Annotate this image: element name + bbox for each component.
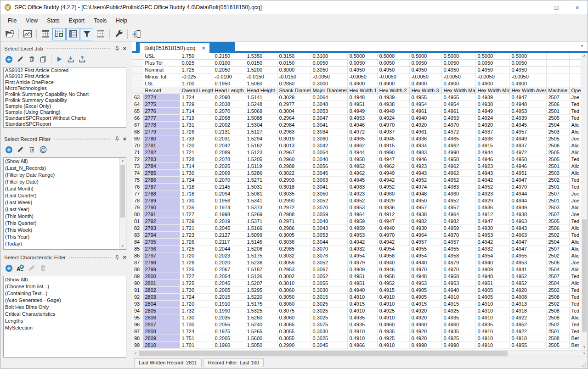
data-cell[interactable]: 0.4955 (409, 246, 441, 252)
data-cell[interactable]: 0.4970 (509, 184, 546, 190)
record-cell[interactable]: 2804 (143, 301, 180, 308)
data-cell[interactable]: 1.730 (180, 321, 213, 328)
data-cell[interactable]: 1.731 (180, 122, 213, 129)
excel-job-import-icon[interactable] (67, 55, 75, 63)
tolerance-value-cell[interactable] (569, 53, 581, 60)
data-cell[interactable]: 1.721 (180, 149, 213, 156)
data-cell[interactable]: 0.4972 (441, 129, 475, 135)
tolerance-value-cell[interactable]: 0.3000 (277, 67, 311, 73)
record-cell[interactable]: 2801 (143, 280, 180, 287)
data-cell[interactable]: 0.4949 (509, 135, 546, 142)
excel-job-export-icon[interactable] (78, 55, 86, 63)
open-excel-job-icon[interactable] (3, 28, 16, 40)
data-cell[interactable]: 0.4970 (377, 232, 409, 239)
tolerance-value-cell[interactable]: 0.1950 (213, 80, 245, 87)
data-cell[interactable]: 0.4938 (377, 101, 409, 108)
data-cell[interactable]: 0.4947 (377, 156, 409, 163)
column-header-operator[interactable]: Operator (569, 87, 581, 94)
data-cell[interactable]: 0.4913 (509, 301, 546, 308)
data-cell[interactable]: Joe (569, 94, 581, 101)
data-cell[interactable]: 1.723 (180, 232, 213, 239)
data-cell[interactable]: 1.5371 (245, 218, 277, 225)
data-cell[interactable]: 0.4910 (475, 301, 509, 308)
data-cell[interactable]: 0.4925 (441, 308, 475, 314)
data-cell[interactable]: Alic (569, 314, 581, 321)
data-cell[interactable]: Alic (569, 252, 581, 259)
record-cell[interactable]: 2809 (143, 335, 180, 342)
list-item[interactable]: StandardSPCReport (4, 121, 126, 127)
grid-horizontal-scrollbar[interactable]: < > (132, 350, 588, 357)
data-cell[interactable]: 0.4942 (475, 239, 509, 246)
data-cell[interactable]: Alic (569, 129, 581, 135)
row-number-cell[interactable]: 66 (132, 115, 143, 122)
record-cell[interactable]: 2775 (143, 101, 180, 108)
data-cell[interactable]: 0.4970 (409, 266, 441, 273)
list-item[interactable]: (Choose from list...) (4, 283, 126, 290)
data-cell[interactable]: 1.730 (180, 170, 213, 177)
data-cell[interactable]: 2506 (546, 142, 569, 149)
data-cell[interactable]: 0.4958 (441, 252, 475, 259)
record-cell[interactable]: 2793 (143, 225, 180, 232)
data-cell[interactable]: 0.3035 (277, 190, 311, 197)
data-cell[interactable]: 0.4935 (441, 328, 475, 335)
data-cell[interactable]: 2503 (546, 204, 569, 211)
data-cell[interactable]: 0.4929 (475, 197, 509, 204)
data-cell[interactable]: 0.4963 (509, 232, 546, 239)
data-cell[interactable]: 0.4936 (475, 135, 509, 142)
data-cell[interactable]: 0.4935 (347, 321, 377, 328)
data-cell[interactable]: 0.3056 (311, 163, 347, 170)
data-cell[interactable]: 0.4940 (409, 259, 441, 266)
record-cell[interactable]: 2805 (143, 308, 180, 314)
data-cell[interactable]: 1.730 (180, 197, 213, 204)
data-cell[interactable]: 0.4935 (475, 321, 509, 328)
data-cell[interactable]: 0.4942 (347, 239, 377, 246)
data-cell[interactable]: 0.3047 (311, 115, 347, 122)
data-cell[interactable]: 0.4982 (409, 218, 441, 225)
column-header-hex-width-min[interactable]: Hex Width Min (475, 87, 509, 94)
data-cell[interactable]: 2508 (546, 308, 569, 314)
data-cell[interactable]: 0.1990 (213, 308, 245, 314)
data-cell[interactable]: 2506 (546, 225, 569, 232)
data-cell[interactable]: 0.2055 (213, 321, 245, 328)
tolerance-value-cell[interactable]: -0.0050 (475, 73, 509, 80)
data-cell[interactable]: 0.4920 (409, 308, 441, 314)
data-cell[interactable]: 1.714 (180, 163, 213, 170)
data-cell[interactable]: 0.4912 (475, 211, 509, 218)
data-cell[interactable]: 0.4954 (347, 252, 377, 259)
data-cell[interactable]: 0.4940 (441, 287, 475, 294)
data-cell[interactable]: 1.5220 (245, 294, 277, 301)
tolerance-value-cell[interactable]: 0.3050 (311, 67, 347, 73)
data-cell[interactable]: 0.4910 (347, 335, 377, 342)
record-cell[interactable]: 2798 (143, 259, 180, 266)
data-cell[interactable]: 1.720 (180, 301, 213, 308)
data-cell[interactable]: 0.4954 (409, 252, 441, 259)
data-cell[interactable]: 1.5069 (245, 108, 277, 115)
data-cell[interactable]: 0.4952 (347, 163, 377, 170)
record-filter-add-icon[interactable] (5, 145, 13, 154)
data-cell[interactable]: 0.3052 (311, 273, 347, 280)
tolerance-value-cell[interactable]: 0.3100 (311, 53, 347, 60)
tab-bolt-file[interactable]: Bolt(051618150).qcq × (140, 43, 209, 53)
data-cell[interactable]: 2507 (546, 246, 569, 252)
tolerance-value-cell[interactable]: 0.4950 (441, 67, 475, 73)
data-cell[interactable]: 2502 (546, 287, 569, 294)
data-cell[interactable]: 0.2990 (277, 342, 311, 349)
data-cell[interactable]: 1.733 (180, 135, 213, 142)
data-cell[interactable]: 0.4960 (409, 321, 441, 328)
data-cell[interactable]: 0.4944 (347, 149, 377, 156)
data-cell[interactable]: 2505 (546, 156, 569, 163)
data-cell[interactable]: 0.3048 (311, 101, 347, 108)
data-cell[interactable]: 0.2963 (277, 129, 311, 135)
data-cell[interactable]: 0.4982 (441, 218, 475, 225)
data-cell[interactable]: 0.4947 (509, 177, 546, 184)
data-cell[interactable]: Ted (569, 294, 581, 301)
data-cell[interactable]: 1.5123 (245, 149, 277, 156)
menu-view[interactable]: View (21, 16, 42, 26)
scrollbar-thumb[interactable] (139, 351, 508, 356)
data-cell[interactable]: 1.5050 (245, 342, 277, 349)
data-cell[interactable]: 0.3053 (311, 108, 347, 115)
excel-job-delete-icon[interactable] (28, 55, 36, 63)
record-cell[interactable]: 2810 (143, 342, 180, 349)
data-cell[interactable]: 0.2964 (277, 115, 311, 122)
data-cell[interactable]: 2506 (546, 259, 569, 266)
